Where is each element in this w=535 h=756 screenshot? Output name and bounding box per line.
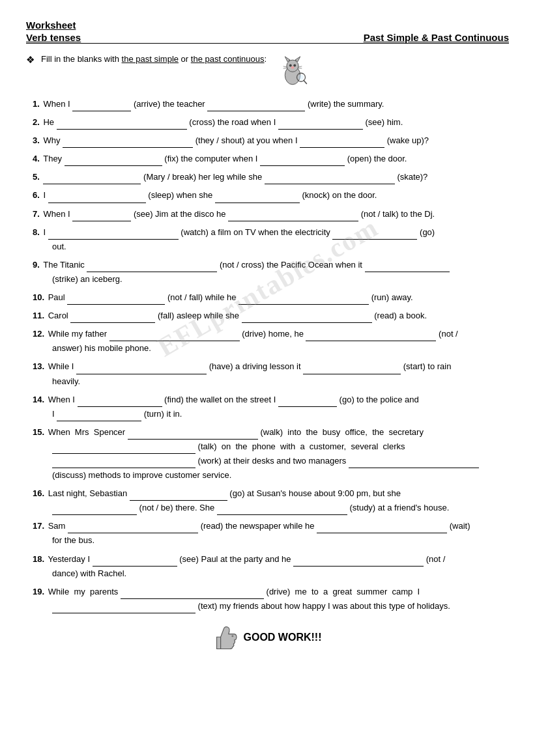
svg-point-13	[298, 75, 304, 80]
blank-11a[interactable]	[70, 313, 155, 323]
blank-8a[interactable]	[48, 229, 179, 240]
blank-16b[interactable]	[52, 505, 137, 515]
question-15: 15. When Mrs Spencer (walk) into the bus…	[33, 425, 509, 483]
blank-6a[interactable]	[48, 193, 146, 203]
blank-16a[interactable]	[130, 490, 227, 501]
blank-19b[interactable]	[52, 603, 195, 613]
question-1: 1. When I (arrive) the teacher (write) t…	[33, 97, 509, 111]
blank-7a[interactable]	[72, 211, 131, 221]
blank-10b[interactable]	[239, 294, 369, 305]
blank-14a[interactable]	[78, 397, 162, 407]
blank-2b[interactable]	[278, 119, 363, 130]
footer: GOOD WORK!!!	[26, 625, 509, 650]
svg-line-12	[304, 80, 307, 83]
question-11: 11. Carol (fall) asleep while she (read)…	[33, 309, 509, 323]
question-3: 3. Why (they / shout) at you when I (wak…	[33, 133, 509, 148]
blank-3b[interactable]	[300, 137, 384, 148]
svg-point-4	[289, 64, 292, 67]
svg-point-1	[287, 60, 298, 72]
blank-7b[interactable]	[228, 211, 358, 221]
svg-point-5	[293, 64, 296, 67]
blank-5a[interactable]	[43, 174, 141, 184]
blank-16c[interactable]	[217, 505, 347, 515]
blank-4a[interactable]	[65, 156, 162, 166]
question-14: 14. When I (find) the wallet on the stre…	[33, 393, 509, 421]
blank-13b[interactable]	[303, 364, 401, 374]
thumbs-up-icon	[214, 625, 239, 650]
worksheet-title: Worksheet	[26, 20, 509, 31]
svg-point-6	[291, 66, 295, 69]
blank-14b[interactable]	[278, 397, 337, 407]
blank-17b[interactable]	[317, 523, 447, 533]
question-9: 9. The Titanic (not / cross) the Pacific…	[33, 258, 509, 287]
question-5: 5. (Mary / break) her leg while she (ska…	[33, 170, 509, 184]
instruction-text: Fill in the blanks with the past simple …	[41, 54, 267, 64]
question-6: 6. I (sleep) when she (knock) on the doo…	[33, 188, 509, 203]
verb-tenses-label: Verb tenses	[26, 32, 81, 43]
question-16: 16. Last night, Sebastian (go) at Susan'…	[33, 486, 509, 515]
blank-13a[interactable]	[76, 364, 207, 374]
svg-point-14	[231, 635, 233, 637]
question-10: 10. Paul (not / fall) while he (run) awa…	[33, 290, 509, 305]
blank-15d[interactable]	[349, 458, 479, 468]
blank-17a[interactable]	[68, 523, 198, 533]
blank-15c[interactable]	[52, 458, 195, 468]
blank-6b[interactable]	[215, 193, 300, 203]
blank-8b[interactable]	[332, 229, 417, 240]
blank-10a[interactable]	[67, 294, 165, 305]
past-simple-title: Past Simple & Past Continuous	[364, 32, 509, 43]
blank-9a[interactable]	[87, 262, 217, 272]
blank-19a[interactable]	[121, 589, 264, 599]
question-18: 18. Yesterday I (see) Paul at the party …	[33, 552, 509, 581]
cat-illustration	[276, 54, 310, 88]
diamond-icon: ❖	[26, 54, 35, 66]
blank-1a[interactable]	[72, 101, 131, 111]
blank-12a[interactable]	[109, 331, 240, 341]
question-12: 12. While my father (drive) home, he (no…	[33, 327, 509, 356]
blank-1b[interactable]	[207, 101, 305, 111]
question-7: 7. When I (see) Jim at the disco he (not…	[33, 207, 509, 221]
blank-15b[interactable]	[52, 443, 195, 454]
blank-15a[interactable]	[128, 429, 258, 440]
blank-11b[interactable]	[242, 313, 372, 323]
question-19: 19. While my parents (drive) me to a gre…	[33, 585, 509, 613]
question-13: 13. While I (have) a driving lesson it (…	[33, 359, 509, 388]
blank-4b[interactable]	[260, 156, 345, 166]
good-work-text: GOOD WORK!!!	[244, 632, 322, 643]
blank-18b[interactable]	[293, 556, 424, 567]
question-8: 8. I (watch) a film on TV when the elect…	[33, 225, 509, 254]
questions-list: 1. When I (arrive) the teacher (write) t…	[26, 97, 509, 613]
question-2: 2. He (cross) the road when I (see) him.	[33, 115, 509, 130]
blank-5b[interactable]	[265, 174, 395, 184]
blank-3a[interactable]	[63, 137, 193, 148]
blank-12b[interactable]	[306, 331, 436, 341]
blank-9b[interactable]	[365, 262, 450, 272]
question-17: 17. Sam (read) the newspaper while he (w…	[33, 519, 509, 548]
blank-18a[interactable]	[93, 556, 177, 567]
question-4: 4. They (fix) the computer when I (open)…	[33, 152, 509, 166]
blank-2a[interactable]	[57, 119, 187, 130]
blank-14c[interactable]	[57, 411, 141, 421]
